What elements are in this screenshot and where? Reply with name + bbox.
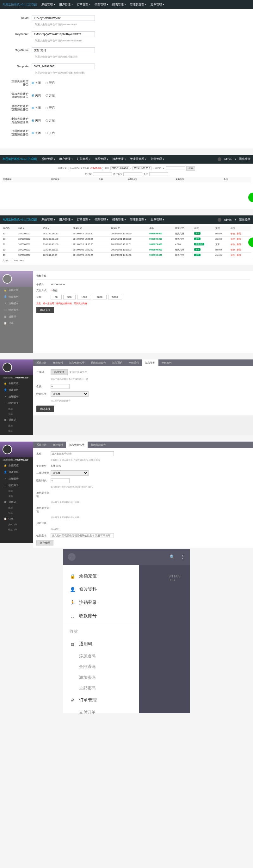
dr-sub-all2[interactable]: 全部密码: [63, 683, 139, 694]
nav-order[interactable]: 订单管理▼: [77, 157, 91, 161]
fee-input[interactable]: [51, 478, 69, 483]
radio-on[interactable]: 开启: [46, 93, 55, 98]
sb-sub[interactable]: 添加: [0, 423, 33, 428]
date-to[interactable]: [133, 166, 151, 170]
user-icon[interactable]: [218, 157, 221, 161]
sb-tym[interactable]: ▦通用码: [0, 416, 33, 423]
row-actions[interactable]: 修改 | 删除: [229, 252, 251, 258]
sb-recharge[interactable]: 🔒余额充值: [0, 462, 33, 469]
dr-sub-add2[interactable]: 添加密码: [63, 672, 139, 683]
avatar[interactable]: [3, 445, 12, 454]
sb-order[interactable]: 📋订单: [0, 320, 33, 327]
amount-option[interactable]: 2000: [93, 295, 107, 300]
nav-report[interactable]: 报表管理▼: [112, 2, 126, 7]
nav-agent[interactable]: 代理管理▼: [94, 157, 109, 161]
nav-user[interactable]: 用户管理▼: [59, 2, 73, 7]
dr-sub-rcv[interactable]: 收款订单: [63, 718, 139, 719]
radio-on[interactable]: 开启: [46, 119, 55, 123]
tab[interactable]: 添加收款账号: [66, 360, 88, 366]
nav-sys[interactable]: 系统管理▼: [41, 218, 55, 222]
radio-off[interactable]: 关闭: [32, 119, 41, 123]
prev-button[interactable]: Prev: [13, 259, 18, 261]
sb-order[interactable]: 📋订单: [0, 516, 33, 522]
search-input[interactable]: [166, 166, 185, 170]
logout-link[interactable]: 退出登录: [239, 218, 250, 222]
row-actions[interactable]: 修改 | 删除: [229, 247, 251, 252]
tab[interactable]: 系统公告: [33, 441, 50, 448]
tab[interactable]: 全部通码: [125, 360, 142, 366]
nav-agent[interactable]: 代理管理▼: [94, 218, 109, 222]
tab[interactable]: 我的收款账号: [88, 360, 109, 366]
radio-off[interactable]: 关闭: [32, 106, 41, 110]
tab[interactable]: 修改资料: [50, 360, 66, 366]
dr-recharge[interactable]: 🔒余额充值: [63, 569, 139, 583]
nav-report[interactable]: 报表管理▼: [112, 157, 126, 161]
status-badge[interactable]: 正常: [194, 238, 200, 240]
type-radio-code[interactable]: 通码: [56, 464, 61, 467]
phone-input[interactable]: [123, 173, 142, 176]
nav-article[interactable]: 文章管理▼: [150, 2, 165, 7]
date-from[interactable]: [110, 166, 129, 170]
sb-profile[interactable]: 👤修改资料: [0, 293, 33, 300]
sb-tym[interactable]: ▦通用码: [0, 313, 33, 320]
radio-off[interactable]: 关闭: [32, 131, 41, 135]
uid-input[interactable]: [93, 173, 112, 176]
dr-order[interactable]: ₽订单管理: [63, 694, 139, 707]
nav-article[interactable]: 文章管理▼: [150, 218, 165, 222]
status-badge[interactable]: 物流代理: [194, 243, 204, 245]
sb-sub[interactable]: 添加: [0, 406, 33, 411]
radio-on[interactable]: 开启: [46, 106, 55, 110]
nav-sys[interactable]: 系统管理▼: [41, 157, 55, 161]
radio-on[interactable]: 开启: [46, 131, 55, 135]
avatar[interactable]: [3, 274, 12, 284]
nav-article[interactable]: 文章管理▼: [150, 157, 165, 161]
search-button[interactable]: 搜索: [186, 166, 195, 170]
row-actions[interactable]: 修改 | 删除: [229, 231, 251, 236]
more-icon[interactable]: ⋮: [180, 554, 185, 559]
nav-admin[interactable]: 管理员管理▼: [130, 218, 147, 222]
tab[interactable]: 添加资料: [142, 360, 159, 366]
sb-logout[interactable]: ↗注销登录: [0, 393, 33, 400]
user-icon[interactable]: [218, 218, 221, 222]
sb-account[interactable]: ⚏收款账号: [0, 307, 33, 313]
dr-sub-add[interactable]: 添加通码: [63, 651, 139, 661]
sb-logout[interactable]: ↗注销登录: [0, 300, 33, 307]
save-button[interactable]: 保存管理: [36, 540, 53, 546]
sb-logout[interactable]: ↗注销登录: [0, 475, 33, 482]
alias-input[interactable]: [51, 533, 114, 538]
account-select[interactable]: 请选择: [51, 391, 88, 397]
keyid-input[interactable]: [32, 15, 95, 21]
search-icon[interactable]: 🔍: [169, 554, 175, 559]
username[interactable]: admin: [224, 158, 232, 161]
status-badge[interactable]: 正常: [194, 248, 200, 251]
status-badge[interactable]: 正常: [194, 254, 200, 256]
sb-recharge[interactable]: 🔒余额充值: [0, 287, 33, 293]
confirm-upload-button[interactable]: 确认上传: [36, 406, 54, 412]
sb-profile[interactable]: 👤修改资料: [0, 386, 33, 393]
tab[interactable]: 系统公告: [33, 360, 50, 366]
tab[interactable]: 添加通码: [109, 360, 125, 366]
nav-admin[interactable]: 管理员管理▼: [130, 2, 147, 7]
amount-option[interactable]: 50: [51, 295, 62, 300]
username[interactable]: admin: [224, 218, 232, 221]
nav-admin[interactable]: 管理员管理▼: [130, 157, 147, 161]
tab[interactable]: 我的收款账号: [88, 441, 109, 448]
dr-logout[interactable]: 🏃注销登录: [63, 596, 139, 609]
logout-link[interactable]: 退出登录: [239, 157, 250, 161]
sb-account[interactable]: ⚏收款账号: [0, 482, 33, 489]
confirm-recharge-button[interactable]: 确认充值: [36, 307, 54, 313]
dr-account[interactable]: ⚏收款账号: [63, 609, 139, 623]
qrtype-select[interactable]: 请选择: [51, 470, 88, 476]
dr-sub-all[interactable]: 全部通码: [63, 661, 139, 672]
nav-order[interactable]: 订单管理▼: [77, 2, 91, 7]
nav-user[interactable]: 用户管理▼: [59, 157, 73, 161]
status-badge[interactable]: 正常: [194, 232, 200, 235]
nav-order[interactable]: 订单管理▼: [77, 218, 91, 222]
nav-agent[interactable]: 代理管理▼: [94, 2, 109, 7]
dr-sub-pay[interactable]: 支付订单: [63, 707, 139, 718]
name-input[interactable]: [51, 452, 114, 456]
nav-sys[interactable]: 系统管理▼: [41, 2, 55, 7]
radio-off[interactable]: 关闭: [32, 81, 41, 85]
sb-tym[interactable]: ▦通用码: [0, 499, 33, 505]
signname-input[interactable]: [32, 48, 95, 53]
